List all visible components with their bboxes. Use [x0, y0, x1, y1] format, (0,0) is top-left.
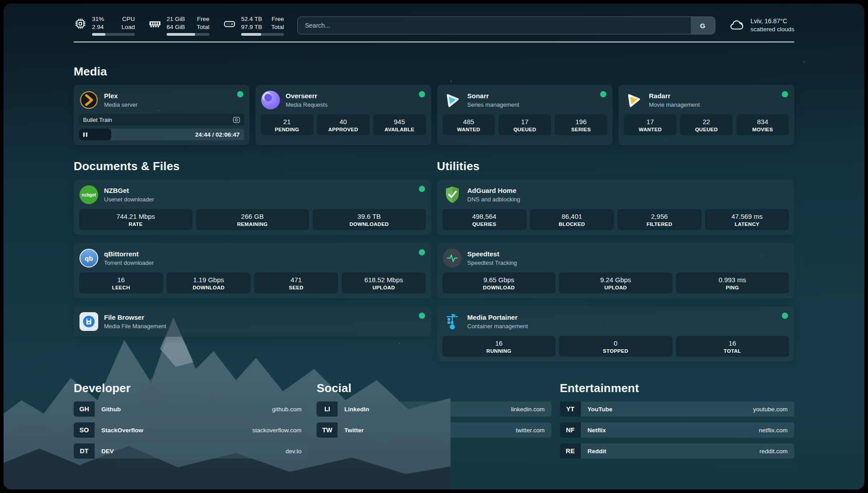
app-card-portainer[interactable]: Media Portainer Container management 16 … [437, 306, 795, 362]
link-url: github.com [272, 401, 308, 417]
social-section: Social LI LinkedIn linkedin.com TW Twitt… [317, 381, 551, 459]
disk-progress-fill [241, 33, 261, 36]
session-icon [233, 116, 240, 124]
link-abbr: YT [560, 401, 581, 417]
ram-icon [148, 17, 162, 30]
topbar-divider [74, 42, 794, 42]
stat-seed: 471 SEED [254, 272, 338, 293]
link-abbr: LI [317, 401, 338, 417]
section-title-documents: Documents & Files [74, 159, 431, 173]
qbittorrent-icon: qb [79, 248, 99, 268]
disk-free-value: 52.4 TB [241, 15, 262, 23]
link-name: StackOverflow [95, 422, 252, 438]
stat-upload: 9.24 Gbps UPLOAD [559, 272, 672, 293]
section-title-entertainment: Entertainment [560, 381, 794, 395]
app-card-qbittorrent[interactable]: qb qBittorrent Torrent downloader 16 [74, 243, 431, 298]
documents-column: Documents & Files nzbget NZBGet Usenet d… [74, 159, 431, 362]
app-title: File Browser [104, 313, 166, 322]
cpu-percent: 31% [92, 15, 104, 23]
app-card-sonarr[interactable]: Sonarr Series management 485 WANTED 17 Q… [437, 85, 613, 145]
search-engine-button[interactable]: G [691, 17, 715, 34]
section-title-utilities: Utilities [437, 159, 795, 173]
speedtest-icon [442, 248, 462, 268]
link-name: DEV [95, 443, 286, 459]
stat-running: 16 RUNNING [442, 336, 556, 357]
stat-downloaded: 39.6 TB DOWNLOADED [313, 209, 426, 230]
plex-icon [79, 90, 99, 110]
portainer-icon [442, 312, 462, 331]
link-twitter[interactable]: TW Twitter twitter.com [317, 422, 551, 438]
stat-total: 16 TOTAL [676, 336, 789, 357]
stat-download: 9.65 Gbps DOWNLOAD [442, 272, 556, 293]
memory-progress-fill [167, 33, 195, 36]
now-playing-row: Bullet Train [79, 114, 244, 125]
nzbget-icon: nzbget [79, 185, 99, 205]
link-netflix[interactable]: NF Netflix netflix.com [560, 422, 794, 438]
link-dev[interactable]: DT DEV dev.to [74, 443, 308, 459]
stat-queued: 17 QUEUED [498, 114, 551, 135]
link-abbr: RE [560, 443, 581, 459]
app-subtitle: Media File Management [104, 323, 166, 330]
link-abbr: DT [74, 443, 95, 459]
disk-widget: 52.4 TB 97.9 TB Free Total [223, 15, 284, 36]
link-stackoverflow[interactable]: SO StackOverflow stackoverflow.com [74, 422, 308, 438]
memory-free-label: Free [196, 15, 209, 23]
stat-download: 1.19 Gbps DOWNLOAD [167, 272, 250, 293]
cpu-progress-fill [92, 33, 105, 36]
status-dot [237, 91, 243, 97]
stat-leech: 16 LEECH [79, 272, 163, 293]
media-grid: Plex Media server Bullet Train [74, 85, 794, 145]
search-bar: G [297, 17, 715, 34]
cpu-icon [74, 17, 87, 30]
weather-location-temp: Lviv, 16.87°C [751, 17, 794, 25]
app-card-radarr[interactable]: Radarr Movie management 17 WANTED 22 QUE… [618, 85, 794, 145]
link-reddit[interactable]: RE Reddit reddit.com [560, 443, 794, 459]
link-abbr: NF [560, 422, 581, 438]
app-card-plex[interactable]: Plex Media server Bullet Train [74, 85, 250, 145]
app-card-adguard[interactable]: AdGuard Home DNS and adblocking 498,564 … [437, 180, 795, 235]
app-card-filebrowser[interactable]: File Browser Media File Management [74, 306, 431, 337]
memory-free-value: 21 GiB [167, 15, 185, 23]
app-title: Media Portainer [467, 313, 528, 322]
app-subtitle: Media server [104, 101, 138, 108]
link-abbr: SO [74, 422, 95, 438]
link-name: Twitter [338, 422, 516, 438]
disk-free-label: Free [271, 15, 284, 23]
memory-total-value: 64 GiB [167, 23, 185, 31]
app-subtitle: Container management [467, 323, 528, 330]
app-card-speedtest[interactable]: Speedtest Speedtest Tracking 9.65 Gbps D… [437, 243, 795, 298]
app-title: Overseerr [286, 92, 328, 100]
link-name: Netflix [581, 422, 759, 438]
link-github[interactable]: GH Github github.com [74, 401, 308, 417]
dashboard-screen: 31% 2.94 CPU Load [4, 4, 864, 489]
memory-total-label: Total [196, 23, 209, 31]
app-subtitle: Speedtest Tracking [467, 259, 517, 266]
disk-progress-track [241, 33, 284, 36]
stat-stopped: 0 STOPPED [559, 336, 672, 357]
link-url: twitter.com [516, 422, 551, 438]
disk-icon [223, 17, 236, 30]
stat-ping: 0.993 ms PING [676, 272, 789, 293]
entertainment-section: Entertainment YT YouTube youtube.com NF … [560, 381, 794, 459]
stat-queued: 22 QUEUED [680, 114, 733, 135]
pause-icon [83, 132, 88, 137]
app-card-nzbget[interactable]: nzbget NZBGet Usenet downloader 744.21 M… [74, 180, 431, 235]
playback-progress-bar: 24:44 / 02:06:47 [79, 129, 244, 140]
app-subtitle: Series management [467, 101, 519, 108]
stat-wanted: 17 WANTED [624, 114, 676, 135]
status-dot [419, 249, 425, 255]
memory-progress-track [167, 33, 209, 36]
link-linkedin[interactable]: LI LinkedIn linkedin.com [317, 401, 551, 417]
app-card-overseerr[interactable]: Overseerr Media Requests 21 PENDING 40 A… [255, 85, 431, 145]
stat-queries: 498,564 QUERIES [442, 209, 526, 230]
link-youtube[interactable]: YT YouTube youtube.com [560, 401, 794, 417]
stat-series: 196 SERIES [555, 114, 607, 135]
stat-movies: 834 MOVIES [736, 114, 789, 135]
link-abbr: GH [74, 401, 95, 417]
link-url: netflix.com [759, 422, 794, 438]
link-name: LinkedIn [338, 401, 511, 417]
status-dot [782, 91, 788, 97]
cpu-load-value: 2.94 [92, 23, 104, 31]
search-input[interactable] [298, 17, 691, 34]
topbar: 31% 2.94 CPU Load [74, 4, 794, 36]
